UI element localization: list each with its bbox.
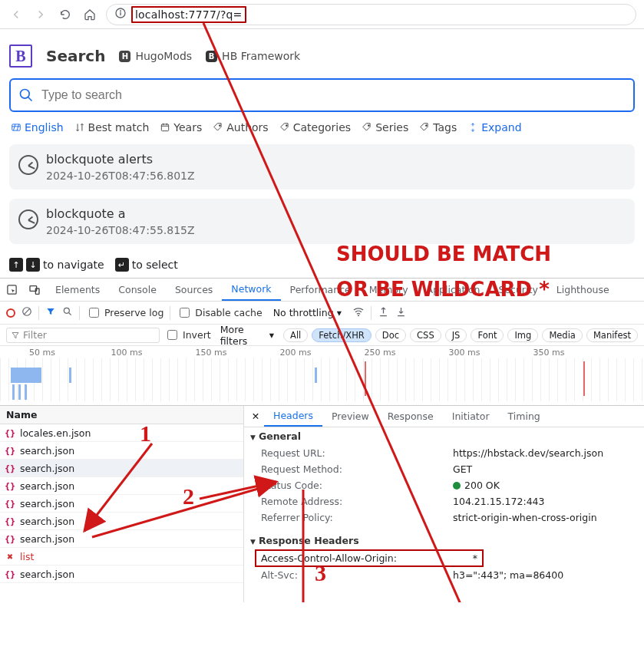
clear-button[interactable] (21, 306, 32, 319)
filter-chip-css[interactable]: CSS (410, 328, 441, 342)
record-button[interactable] (6, 308, 15, 318)
filter-chip-font[interactable]: Font (471, 328, 504, 342)
more-filters-select[interactable]: More filters ▾ (216, 324, 279, 347)
network-request-row[interactable]: search.json (0, 477, 243, 495)
result-time: 2024-10-26T08:47:55.815Z (46, 224, 195, 236)
detail-tab-timing[interactable]: Timing (499, 406, 550, 427)
devtools-tab-console[interactable]: Console (109, 279, 166, 301)
svg-point-16 (64, 308, 69, 313)
search-icon[interactable] (62, 306, 73, 319)
network-timeline[interactable]: 50 ms100 ms150 ms200 ms250 ms300 ms350 m… (0, 346, 644, 406)
clock-icon (18, 155, 38, 175)
back-button[interactable] (8, 6, 25, 23)
invert-checkbox[interactable]: Invert (164, 328, 211, 342)
filter-toggle-icon[interactable] (45, 306, 56, 319)
json-file-icon (5, 516, 15, 526)
device-toggle-icon[interactable] (23, 279, 46, 301)
enter-key: ↵ (115, 258, 129, 272)
request-name: list (20, 551, 34, 562)
arrow-down-key: ↓ (26, 258, 40, 272)
svg-point-3 (21, 90, 30, 99)
response-headers-section[interactable]: Response Headers (244, 532, 644, 549)
preserve-log-checkbox[interactable]: Preserve log (86, 305, 163, 320)
filter-chip-fetchxhr[interactable]: Fetch/XHR (312, 328, 372, 342)
result-card[interactable]: blockquote a2024-10-26T08:47:55.815Z (9, 199, 635, 244)
network-request-row[interactable]: search.json (0, 513, 243, 530)
forward-button[interactable] (32, 6, 49, 23)
brand-logo: B (9, 45, 32, 68)
disable-cache-checkbox[interactable]: Disable cache (177, 305, 262, 320)
general-section[interactable]: General (244, 427, 644, 445)
devtools-tab-network[interactable]: Network (222, 279, 280, 301)
filter-tags[interactable]: Tags (419, 121, 457, 134)
request-name: search.json (20, 569, 74, 580)
request-name: search.json (20, 498, 74, 509)
link-hbframework[interactable]: B HB Framework (206, 50, 300, 62)
network-request-row[interactable]: search.json (0, 530, 243, 548)
filter-chip-media[interactable]: Media (542, 328, 583, 342)
filter-language[interactable]: English (11, 121, 64, 134)
filter-chip-doc[interactable]: Doc (375, 328, 406, 342)
json-file-icon (5, 533, 15, 544)
filter-series[interactable]: Series (362, 121, 408, 134)
network-request-row[interactable]: search.json (0, 495, 243, 513)
reload-button[interactable] (57, 6, 74, 23)
timeline-tick: 300 ms (422, 348, 507, 358)
devtools-tab-lighthouse[interactable]: Lighthouse (547, 279, 619, 301)
network-request-row[interactable]: locales.en.json (0, 424, 243, 442)
network-filter-input[interactable]: Filter (6, 328, 160, 343)
result-title: blockquote a (46, 206, 195, 221)
detail-tab-response[interactable]: Response (378, 406, 443, 427)
filter-categories[interactable]: Categories (279, 121, 351, 134)
network-request-row[interactable]: search.json (0, 565, 243, 583)
filter-sort[interactable]: Best match (74, 121, 150, 134)
home-button[interactable] (81, 6, 98, 23)
network-request-row[interactable]: list (0, 548, 243, 565)
svg-rect-6 (162, 124, 169, 131)
timeline-tick: 350 ms (507, 348, 591, 358)
link-hugomods[interactable]: H HugoMods (119, 50, 192, 62)
request-name: search.json (20, 445, 74, 457)
filter-expand[interactable]: Expand (467, 121, 521, 134)
filter-years[interactable]: Years (160, 121, 202, 134)
upload-icon[interactable] (378, 306, 389, 320)
name-column-header[interactable]: Name (0, 406, 243, 424)
wifi-icon[interactable] (352, 305, 365, 320)
json-file-icon (5, 427, 15, 438)
expand-icon (467, 122, 478, 133)
svg-point-10 (426, 125, 428, 127)
svg-line-15 (24, 308, 30, 315)
detail-tab-initiator[interactable]: Initiator (443, 406, 499, 427)
svg-point-7 (220, 125, 221, 127)
inspect-icon[interactable] (0, 279, 23, 301)
search-box[interactable] (9, 78, 635, 112)
network-request-row[interactable]: search.json (0, 460, 243, 477)
omnibox[interactable]: localhost:7777/?q= (106, 4, 636, 25)
throttling-select[interactable]: No throttling ▾ (269, 307, 346, 318)
filter-chip-all[interactable]: All (283, 328, 308, 342)
devtools-tab-elements[interactable]: Elements (46, 279, 109, 301)
result-card[interactable]: blockquote alerts2024-10-26T08:47:56.801… (9, 144, 635, 190)
filter-chip-js[interactable]: JS (445, 328, 467, 342)
site-info-icon[interactable] (114, 7, 127, 21)
request-name: search.json (20, 516, 74, 527)
timeline-tick: 200 ms (253, 348, 338, 358)
search-input[interactable] (40, 87, 626, 103)
tag-icon (213, 122, 223, 133)
network-request-row[interactable]: search.json (0, 442, 243, 460)
detail-tab-preview[interactable]: Preview (322, 406, 378, 427)
tag-icon (279, 122, 290, 133)
filter-chip-img[interactable]: Img (507, 328, 538, 342)
url-text[interactable]: localhost:7777/?q= (131, 6, 246, 23)
download-icon[interactable] (395, 306, 407, 320)
clock-icon (18, 209, 38, 229)
annotation-num-2: 2 (183, 483, 194, 509)
filter-authors[interactable]: Authors (213, 121, 268, 134)
devtools-tab-sources[interactable]: Sources (166, 279, 222, 301)
json-file-icon (5, 445, 15, 456)
filter-chip-manifest[interactable]: Manifest (586, 328, 638, 342)
svg-rect-5 (12, 124, 21, 130)
close-panel-button[interactable]: ✕ (247, 408, 264, 425)
annotation-text-2: OR BE WILDCARD * (336, 278, 550, 301)
detail-tab-headers[interactable]: Headers (264, 406, 322, 427)
